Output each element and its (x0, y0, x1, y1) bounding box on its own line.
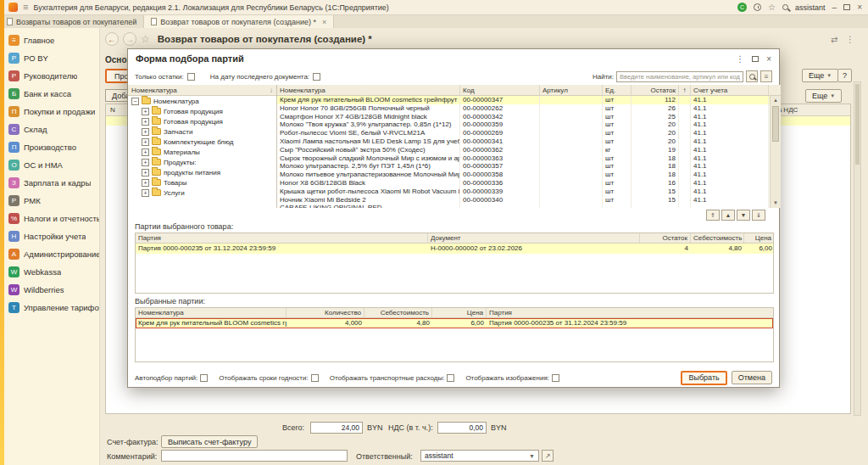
support-status-icon[interactable]: C (737, 3, 747, 12)
dialog-maximize-icon[interactable] (752, 56, 759, 62)
expand-expander-icon[interactable]: + (142, 148, 149, 156)
search-settings-button[interactable]: ≡ (760, 70, 772, 82)
items-table-row[interactable]: Крышка щетки робот-пылесоса Xiaomi Mi Ro… (277, 188, 781, 196)
responsible-combo[interactable]: assistant ▼ (420, 450, 539, 462)
items-table-row[interactable]: Молоко ультрапастер. 2,5% бут ПЭТ 1,45л … (277, 162, 781, 171)
sidebar-item[interactable]: ЗЗарплата и кадры (0, 174, 99, 192)
search-button[interactable] (746, 70, 758, 82)
collapse-expander-icon[interactable]: − (131, 98, 139, 105)
dialog-more-icon[interactable]: ⋮ (736, 54, 744, 64)
get-link-icon[interactable]: ⇄ (831, 35, 837, 44)
move-down-button[interactable]: ▼ (737, 210, 750, 221)
option-checkbox[interactable] (200, 374, 208, 382)
current-user[interactable]: assistant (795, 3, 826, 12)
table-row[interactable]: Партия 0000-000235 от 31.12.2024 23:59:5… (136, 244, 773, 254)
tab-close-icon[interactable]: × (322, 18, 326, 26)
table-more-button[interactable]: Еще ▼ (805, 89, 842, 103)
items-table-row[interactable]: Honor Honor 70 8GB/256GB Полночный черны… (277, 104, 781, 113)
total-input[interactable] (310, 422, 363, 434)
items-table-row[interactable]: Сыр "Российский новый" экстра 50% (Сходе… (277, 146, 781, 154)
main-menu-icon[interactable]: ≡ (23, 3, 28, 12)
table-header[interactable]: НоменклатураКоличествоСебестоимостьЦенаП… (136, 308, 773, 318)
tab-return-document[interactable]: Возврат товаров от покупателя (создание)… (144, 15, 334, 28)
option-checkbox[interactable] (552, 374, 559, 382)
sidebar-item[interactable]: %Налоги и отчетность (0, 210, 99, 227)
sidebar-item[interactable]: ООС и НМА (0, 156, 99, 174)
sidebar-item[interactable]: ≡Главное (0, 31, 99, 49)
chevron-down-icon[interactable]: ▼ (529, 453, 535, 459)
items-table-row[interactable]: Робот-пылесос Viomi SE, белый V-RVCLM21A… (277, 129, 781, 137)
cancel-button[interactable]: Отмена (732, 371, 772, 384)
tree-node[interactable]: +Запчасти (128, 126, 276, 137)
items-table-row[interactable]: Молоко питьевое ультрапастеризованное Мо… (277, 171, 781, 179)
issue-invoice-button[interactable]: Выписать счет-фактуру (161, 435, 258, 448)
select-button[interactable]: Выбрать (681, 371, 726, 385)
open-responsible-button[interactable]: ↗ (542, 450, 554, 462)
sidebar-item[interactable]: ССклад (0, 120, 99, 138)
scroll-up-icon[interactable]: ▲ (771, 96, 781, 105)
items-table-header[interactable]: НоменклатураКодАртикулЕд.Остаток↑Счет уч… (277, 85, 781, 96)
back-button[interactable]: ← (105, 32, 119, 46)
only-remainders-checkbox[interactable] (187, 73, 195, 81)
sidebar-item[interactable]: WWildberries (0, 281, 99, 299)
tree-node[interactable]: +Готовая продукция (128, 106, 276, 116)
search-input[interactable] (616, 71, 743, 82)
move-last-button[interactable]: ⇓ (752, 210, 765, 221)
dialog-header[interactable]: Форма подбора партий ⋮ × (128, 49, 779, 68)
tab-returns-list[interactable]: Возвраты товаров от покупателей (0, 15, 144, 28)
option-checkbox[interactable] (311, 374, 319, 382)
table-header[interactable]: ПартияДокументОстатокСебестоимостьЦена (136, 233, 773, 244)
tree-node[interactable]: +продукты питания (128, 167, 276, 177)
option-checkbox[interactable] (447, 374, 454, 382)
expand-expander-icon[interactable]: + (142, 179, 149, 187)
expand-expander-icon[interactable]: + (142, 138, 149, 146)
favorites-star-icon[interactable]: ☆ (768, 3, 776, 12)
scroll-down-icon[interactable]: ▼ (771, 199, 781, 208)
minimize-icon[interactable]: – (832, 3, 837, 12)
items-table-row[interactable]: Сырок творожный сладкий Молочный Мир с и… (277, 154, 781, 163)
expand-expander-icon[interactable]: + (142, 108, 149, 115)
tree-node[interactable]: +Услуги (128, 188, 276, 198)
scrollbar-thumb[interactable] (855, 84, 860, 165)
sidebar-item[interactable]: WWebkassa (0, 263, 99, 281)
sidebar-item[interactable]: РРМК (0, 192, 99, 210)
items-table-row[interactable]: Крем для рук питательный BLOOM cosmetics… (277, 96, 781, 104)
dialog-close-icon[interactable]: × (766, 54, 771, 64)
tree-node[interactable]: +Комплектующие блюд (128, 137, 276, 147)
items-table-row[interactable]: Смартфон Honor X7 4GB/128GB Midnight bla… (277, 113, 781, 121)
items-scrollbar[interactable]: ▲ ▼ (770, 96, 781, 208)
tree-node[interactable]: −Номенклатура (128, 96, 276, 106)
forward-button[interactable]: → (123, 32, 136, 46)
tree-node[interactable]: +Продукты: (128, 157, 276, 167)
move-up-button[interactable]: ▲ (721, 210, 735, 221)
items-scrollbar-thumb[interactable] (772, 106, 779, 142)
expand-expander-icon[interactable]: + (142, 189, 149, 197)
expand-expander-icon[interactable]: + (142, 159, 149, 166)
move-first-button[interactable]: ⇑ (706, 210, 720, 221)
form-menu-icon[interactable]: ⋮ (846, 35, 854, 44)
sidebar-item[interactable]: ААдминистрирование (0, 245, 99, 263)
expand-expander-icon[interactable]: + (142, 169, 149, 176)
tree-header[interactable]: Номенклатура ↓ (128, 85, 276, 96)
tree-node[interactable]: +Материалы (128, 147, 276, 157)
maximize-icon[interactable] (843, 4, 850, 10)
sidebar-item[interactable]: РРуководителю (0, 67, 99, 85)
tree-node[interactable]: +Товары (128, 177, 276, 188)
sidebar-item[interactable]: ППокупки и продажи (0, 103, 99, 120)
tree-node[interactable]: +Готовая продукция (128, 116, 276, 126)
items-table-row[interactable]: Xiaomi Лампа настольная Mi LED Desk Lamp… (277, 137, 781, 146)
close-icon[interactable]: × (857, 3, 862, 12)
items-table-row[interactable]: CARAFE-LIKING ORIGINAL RED (277, 204, 781, 208)
vat-input[interactable] (437, 422, 487, 434)
items-table-row[interactable]: Ночник Xiaomi Mi Bedside 200-00000340шт1… (277, 196, 781, 204)
global-search-icon[interactable] (782, 4, 788, 10)
expand-expander-icon[interactable]: + (142, 118, 149, 126)
sidebar-item[interactable]: ББанк и касса (0, 85, 99, 103)
sidebar-item[interactable]: РРО BY (0, 49, 99, 67)
items-table-row[interactable]: Honor X8 6GB/128GB Black00-00000336шт164… (277, 179, 781, 188)
history-icon[interactable] (754, 3, 761, 11)
sidebar-item[interactable]: ППроизводство (0, 138, 99, 156)
help-button[interactable]: ? (837, 69, 852, 82)
table-row[interactable]: Крем для рук питательный BLOOM cosmetics… (136, 318, 773, 328)
comment-input[interactable] (161, 450, 348, 462)
